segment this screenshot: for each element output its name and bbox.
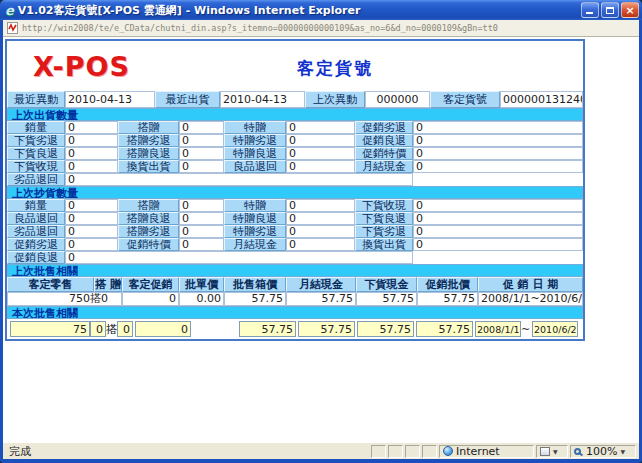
status-bar: 完成 Internet ▼ 100% ▼ bbox=[3, 442, 639, 459]
date-from-input[interactable] bbox=[475, 321, 521, 337]
promo-input[interactable] bbox=[135, 321, 191, 337]
table-row: 良品退回0搭贈良退0特贈良退0下貨良退0 bbox=[7, 212, 583, 225]
field-value: 2010-04-13 bbox=[65, 91, 155, 108]
cell-down-cash: 57.75 bbox=[356, 292, 417, 306]
field-label: 良品退回 bbox=[7, 212, 65, 225]
field-value: 0 bbox=[286, 225, 355, 238]
cell-monthly-cash: 57.75 bbox=[286, 292, 356, 306]
retail-price-input[interactable] bbox=[10, 321, 90, 337]
field-value: 000000 bbox=[365, 91, 430, 108]
field-label: 搭贈良退 bbox=[118, 212, 179, 225]
cell-promo: 0 bbox=[122, 292, 179, 306]
field-label: 上次異動 bbox=[305, 91, 365, 108]
field-label: 特贈良退 bbox=[224, 212, 286, 225]
page-icon bbox=[7, 22, 18, 34]
cell-promo-dates: 2008/1/1~2010/6/20 bbox=[478, 292, 583, 306]
field-label: 良品退回 bbox=[224, 160, 286, 173]
column-header: 促銷批價 bbox=[417, 277, 478, 292]
chevron-down-icon: ▼ bbox=[553, 448, 558, 455]
field-value: 0 bbox=[413, 199, 583, 212]
field-label: 搭贈劣退 bbox=[118, 225, 179, 238]
field-label: 特贈劣退 bbox=[224, 134, 286, 147]
field-label: 劣品退回 bbox=[7, 173, 65, 186]
field-value: 0 bbox=[65, 212, 118, 225]
field-label: 促銷劣退 bbox=[7, 238, 65, 251]
status-pane bbox=[422, 445, 437, 458]
field-label: 最近異動 bbox=[7, 91, 65, 108]
field-label: 下貨收現 bbox=[355, 199, 413, 212]
zoom-control[interactable]: 100% ▼ bbox=[570, 445, 636, 458]
field-label: 客定貨號 bbox=[430, 91, 500, 108]
section-title-last-wholesale: 上次批售相關 bbox=[7, 264, 583, 277]
field-value: 0 bbox=[65, 251, 413, 264]
chevron-down-icon: ▼ bbox=[620, 448, 625, 455]
field-label: 特贈 bbox=[224, 121, 286, 134]
field-value: 0 bbox=[179, 199, 224, 212]
field-label: 特贈良退 bbox=[224, 147, 286, 160]
field-label: 下貨劣退 bbox=[7, 134, 65, 147]
field-value: 0 bbox=[65, 121, 118, 134]
field-value: 0 bbox=[65, 160, 118, 173]
field-value: 0 bbox=[286, 121, 355, 134]
field-label: 促銷特價 bbox=[355, 147, 413, 160]
column-header: 月結現金 bbox=[286, 277, 356, 292]
field-label: 換貨出貨 bbox=[118, 160, 179, 173]
close-icon: × bbox=[625, 5, 634, 16]
bundle-left-input[interactable] bbox=[90, 321, 106, 337]
field-value: 0 bbox=[179, 134, 224, 147]
field-label: 特贈 bbox=[224, 199, 286, 212]
table-row: 劣品退回0 bbox=[7, 173, 583, 186]
date-to-input[interactable] bbox=[532, 321, 578, 337]
field-value: 0 bbox=[179, 160, 224, 173]
field-value: 0 bbox=[413, 160, 583, 173]
page-container: X-POS 客定貨號 最近異動 2010-04-13 最近出貨 2010-04-… bbox=[5, 39, 585, 341]
xpos-logo: X-POS bbox=[33, 51, 130, 82]
field-value: 0 bbox=[179, 212, 224, 225]
section-title-current-wholesale: 本次批售相關 bbox=[7, 306, 583, 319]
close-button[interactable]: × bbox=[621, 2, 639, 18]
column-header: 促 銷 日 期 bbox=[478, 277, 583, 292]
down-cash-input[interactable] bbox=[357, 321, 414, 337]
field-value: 0 bbox=[65, 225, 118, 238]
column-header: 批單價 bbox=[179, 277, 224, 292]
field-value: 0 bbox=[286, 238, 355, 251]
date-separator: ~ bbox=[521, 323, 530, 336]
promo-price-input[interactable] bbox=[416, 321, 473, 337]
field-value: 0 bbox=[179, 238, 224, 251]
cell-retail-bundle: 750搭0 bbox=[7, 292, 122, 306]
page-title: 客定貨號 bbox=[297, 57, 373, 80]
field-label: 促銷特價 bbox=[118, 238, 179, 251]
minimize-button[interactable] bbox=[581, 2, 599, 18]
column-header: 客定促銷 bbox=[122, 277, 179, 292]
wholesale-header-row: 客定零售 搭 贈 客定促銷 批單價 批售箱價 月結現金 下貨現金 促銷批價 促 … bbox=[7, 277, 583, 292]
box-price-input[interactable] bbox=[239, 321, 296, 337]
field-label: 銷量 bbox=[7, 199, 65, 212]
field-label: 最近出貨 bbox=[155, 91, 220, 108]
page-viewport: X-POS 客定貨號 最近異動 2010-04-13 最近出貨 2010-04-… bbox=[3, 37, 639, 442]
field-label: 換貨出貨 bbox=[355, 238, 413, 251]
bundle-label: 搭 bbox=[106, 322, 117, 337]
table-row: 下貨劣退0搭贈劣退0特贈劣退0促銷良退0 bbox=[7, 134, 583, 147]
title-bar[interactable]: e V1.02客定貨號[X-POS 雲通網] - Windows Interne… bbox=[0, 0, 642, 20]
address-input[interactable] bbox=[22, 22, 635, 34]
select-mode-control[interactable]: ▼ bbox=[536, 445, 568, 458]
zone-label: Internet bbox=[456, 445, 500, 458]
minimize-icon bbox=[586, 12, 593, 14]
status-pane bbox=[371, 445, 386, 458]
status-pane bbox=[405, 445, 420, 458]
monthly-cash-input[interactable] bbox=[298, 321, 355, 337]
field-value: 0 bbox=[413, 121, 583, 134]
maximize-button[interactable] bbox=[601, 2, 619, 18]
address-bar bbox=[3, 20, 639, 37]
field-label: 下貨良退 bbox=[355, 212, 413, 225]
field-value: 0000001312403 bbox=[500, 91, 583, 108]
field-value: 0 bbox=[286, 147, 355, 160]
field-value: 0 bbox=[286, 199, 355, 212]
table-row: 銷量0搭贈0特贈0下貨收現0 bbox=[7, 199, 583, 212]
field-value: 0 bbox=[65, 238, 118, 251]
bundle-right-input[interactable] bbox=[117, 321, 133, 337]
row-filler bbox=[413, 251, 583, 264]
field-value: 0 bbox=[286, 212, 355, 225]
table-row: 劣品退回0搭贈劣退0特贈劣退0下貨劣退0 bbox=[7, 225, 583, 238]
table-row: 促銷劣退0促銷特價0月結現金0換貨出貨0 bbox=[7, 238, 583, 251]
